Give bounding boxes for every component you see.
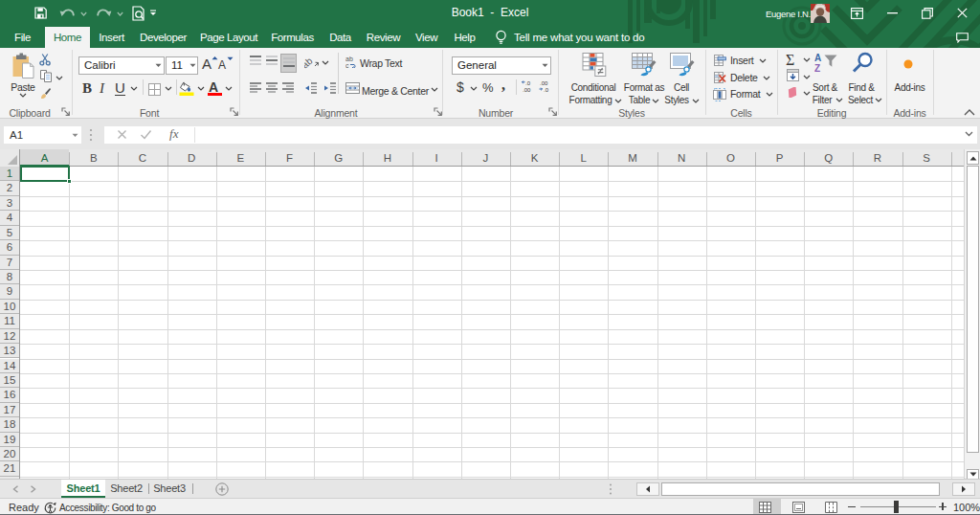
svg-text:.0: .0 — [544, 87, 549, 93]
svg-text:.00: .00 — [540, 80, 548, 86]
svg-text:c: c — [345, 62, 349, 69]
svg-text:A: A — [814, 53, 821, 63]
svg-text:ab: ab — [304, 56, 315, 69]
svg-text:.00: .00 — [523, 87, 531, 93]
svg-text:Z: Z — [814, 63, 820, 74]
svg-text:.0: .0 — [525, 80, 531, 86]
